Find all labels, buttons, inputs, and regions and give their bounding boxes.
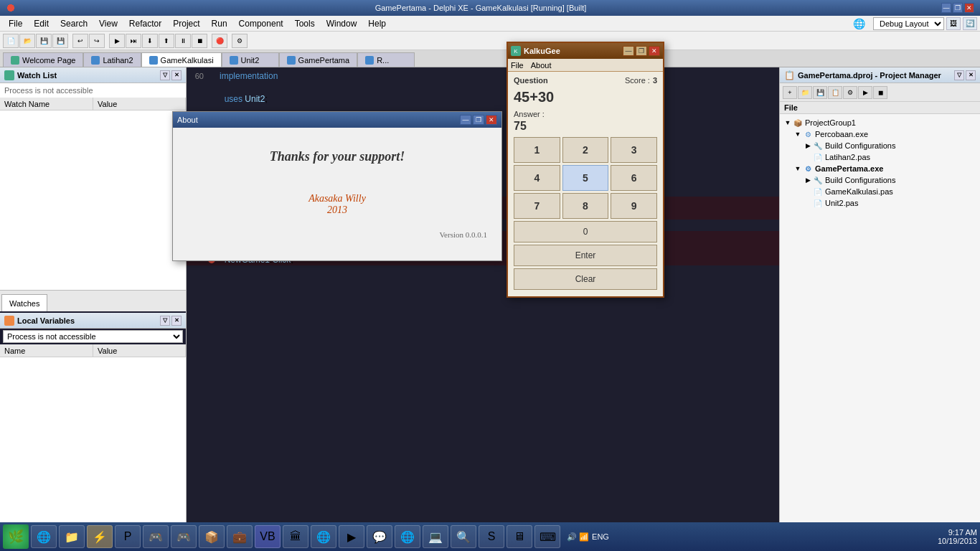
tab-unit2[interactable]: Unit2 bbox=[222, 52, 279, 67]
kalku-btn-5[interactable]: 5 bbox=[562, 165, 609, 191]
save-all-btn[interactable]: 💾 bbox=[52, 34, 68, 48]
taskbar-app-explorer[interactable]: 📁 bbox=[59, 525, 85, 548]
kalku-btn-0[interactable]: 0 bbox=[514, 221, 657, 242]
menu-tools[interactable]: Tools bbox=[289, 17, 321, 30]
minimize-button[interactable]: — bbox=[941, 3, 951, 13]
expand-build-config-1[interactable]: ▶ bbox=[803, 141, 813, 151]
tab-welcome[interactable]: Welcome Page bbox=[3, 52, 83, 67]
taskbar-app-11[interactable]: 🌐 bbox=[311, 525, 336, 548]
menu-window[interactable]: Window bbox=[321, 17, 363, 30]
kalku-menu-about[interactable]: About bbox=[531, 61, 552, 70]
taskbar-app-ie[interactable]: 🌐 bbox=[31, 525, 57, 548]
local-vars-close-btn[interactable]: ✕ bbox=[171, 316, 182, 326]
taskbar-app-16[interactable]: 🔍 bbox=[451, 525, 476, 548]
tree-item-gamepertama-exe[interactable]: ▼ ⚙ GamePertama.exe bbox=[783, 163, 977, 174]
about-restore-btn[interactable]: ❐ bbox=[473, 115, 484, 125]
kalku-btn-clear[interactable]: Clear bbox=[514, 268, 657, 290]
pm-tb-btn-3[interactable]: 💾 bbox=[813, 86, 827, 99]
tree-item-percobaan[interactable]: ▼ ⚙ Percobaan.exe bbox=[783, 128, 977, 140]
kalku-menu-file[interactable]: File bbox=[511, 61, 524, 70]
kalku-btn-9[interactable]: 9 bbox=[611, 193, 657, 219]
menu-component[interactable]: Component bbox=[233, 17, 289, 30]
taskbar-app-9[interactable]: VB bbox=[255, 525, 281, 548]
kalku-btn-1[interactable]: 1 bbox=[514, 137, 560, 163]
step-over-btn[interactable]: ⏭ bbox=[126, 34, 141, 48]
about-minimize-btn[interactable]: — bbox=[460, 115, 471, 125]
taskbar-app-6[interactable]: 🎮 bbox=[171, 525, 197, 548]
start-button[interactable]: 🌿 bbox=[3, 524, 29, 549]
menu-project[interactable]: Project bbox=[167, 17, 205, 30]
pause-btn[interactable]: ⏸ bbox=[175, 34, 191, 48]
open-btn[interactable]: 📂 bbox=[19, 34, 35, 48]
restore-button[interactable]: ❐ bbox=[953, 3, 963, 13]
tree-item-build-config-1[interactable]: ▶ 🔧 Build Configurations bbox=[783, 140, 977, 151]
watch-list-close-btn[interactable]: ✕ bbox=[171, 70, 182, 80]
tree-item-projectgroup1[interactable]: ▼ 📦 ProjectGroup1 bbox=[783, 117, 977, 128]
kalku-btn-2[interactable]: 2 bbox=[562, 137, 609, 163]
taskbar-app-3[interactable]: ⚡ bbox=[87, 525, 113, 548]
new-btn[interactable]: 📄 bbox=[3, 34, 19, 48]
menu-run[interactable]: Run bbox=[206, 17, 233, 30]
taskbar-app-15[interactable]: 💻 bbox=[423, 525, 448, 548]
taskbar-app-18[interactable]: 🖥 bbox=[507, 525, 532, 548]
expand-percobaan[interactable]: ▼ bbox=[793, 129, 803, 139]
pm-tb-btn-1[interactable]: + bbox=[783, 86, 797, 99]
expand-gamepertama-exe[interactable]: ▼ bbox=[793, 164, 803, 174]
tab-latihan2[interactable]: Latihan2 bbox=[83, 52, 141, 67]
menu-view[interactable]: View bbox=[93, 17, 123, 30]
tree-item-gamekalkulasi[interactable]: ▶ 📄 GameKalkulasi.pas bbox=[783, 186, 977, 197]
pm-tb-btn-2[interactable]: 📁 bbox=[798, 86, 812, 99]
bp-btn[interactable]: 🔴 bbox=[212, 34, 227, 48]
step-in-btn[interactable]: ⬇ bbox=[142, 34, 158, 48]
taskbar-app-8[interactable]: 💼 bbox=[227, 525, 253, 548]
expand-build-config-2[interactable]: ▶ bbox=[803, 175, 813, 185]
menu-edit[interactable]: Edit bbox=[28, 17, 55, 30]
redo-btn[interactable]: ↪ bbox=[89, 34, 105, 48]
kalku-btn-4[interactable]: 4 bbox=[514, 165, 560, 191]
watch-list-expand-btn[interactable]: ▽ bbox=[160, 70, 170, 80]
taskbar-app-13[interactable]: 💬 bbox=[367, 525, 392, 548]
taskbar-app-7[interactable]: 📦 bbox=[199, 525, 225, 548]
taskbar-app-17[interactable]: S bbox=[479, 525, 504, 548]
menu-search[interactable]: Search bbox=[55, 17, 93, 30]
kalku-restore-btn[interactable]: ❐ bbox=[636, 46, 647, 56]
step-out-btn[interactable]: ⬆ bbox=[159, 34, 174, 48]
stop-btn[interactable]: ⏹ bbox=[192, 34, 207, 48]
tree-item-build-config-2[interactable]: ▶ 🔧 Build Configurations bbox=[783, 174, 977, 186]
watches-tab[interactable]: Watches bbox=[1, 294, 47, 311]
debug-layout-select[interactable]: Debug Layout bbox=[873, 17, 944, 30]
local-vars-expand-btn[interactable]: ▽ bbox=[160, 316, 170, 326]
menu-file[interactable]: File bbox=[3, 17, 28, 30]
kalku-btn-3[interactable]: 3 bbox=[611, 137, 657, 163]
close-button[interactable]: ✕ bbox=[964, 3, 974, 13]
tab-gamepertama[interactable]: GamePertama bbox=[279, 52, 358, 67]
local-vars-process-select[interactable]: Process is not accessible bbox=[3, 330, 183, 343]
undo-btn[interactable]: ↩ bbox=[72, 34, 88, 48]
expand-projectgroup1[interactable]: ▼ bbox=[783, 118, 793, 128]
kalku-close-btn[interactable]: ✕ bbox=[649, 46, 660, 56]
kalku-btn-enter[interactable]: Enter bbox=[514, 245, 657, 266]
taskbar-app-5[interactable]: 🎮 bbox=[143, 525, 169, 548]
kalku-btn-6[interactable]: 6 bbox=[611, 165, 657, 191]
pm-close-btn[interactable]: ✕ bbox=[966, 70, 976, 80]
tab-gamekalkulasi[interactable]: GameKalkulasi bbox=[141, 52, 222, 67]
save-btn[interactable]: 💾 bbox=[36, 34, 52, 48]
kalku-btn-8[interactable]: 8 bbox=[562, 193, 609, 219]
pm-tb-btn-5[interactable]: ⚙ bbox=[843, 86, 857, 99]
about-close-btn[interactable]: ✕ bbox=[486, 115, 497, 125]
menu-refactor[interactable]: Refactor bbox=[123, 17, 167, 30]
kalku-minimize-btn[interactable]: — bbox=[623, 46, 634, 56]
taskbar-app-12[interactable]: ▶ bbox=[339, 525, 364, 548]
tree-item-latihan2[interactable]: ▶ 📄 Latihan2.pas bbox=[783, 151, 977, 163]
pm-tb-btn-4[interactable]: 📋 bbox=[828, 86, 842, 99]
tree-item-unit2[interactable]: ▶ 📄 Unit2.pas bbox=[783, 197, 977, 209]
misc-btn1[interactable]: ⚙ bbox=[232, 34, 248, 48]
toolbar-icon-1[interactable]: 🖼 bbox=[946, 17, 961, 30]
run-btn[interactable]: ▶ bbox=[109, 34, 125, 48]
toolbar-icon-2[interactable]: 🔄 bbox=[963, 17, 977, 30]
taskbar-app-10[interactable]: 🏛 bbox=[283, 525, 308, 548]
kalku-btn-7[interactable]: 7 bbox=[514, 193, 560, 219]
pm-tb-btn-6[interactable]: ▶ bbox=[858, 86, 872, 99]
pm-tb-btn-7[interactable]: ◼ bbox=[873, 86, 887, 99]
menu-help[interactable]: Help bbox=[362, 17, 392, 30]
